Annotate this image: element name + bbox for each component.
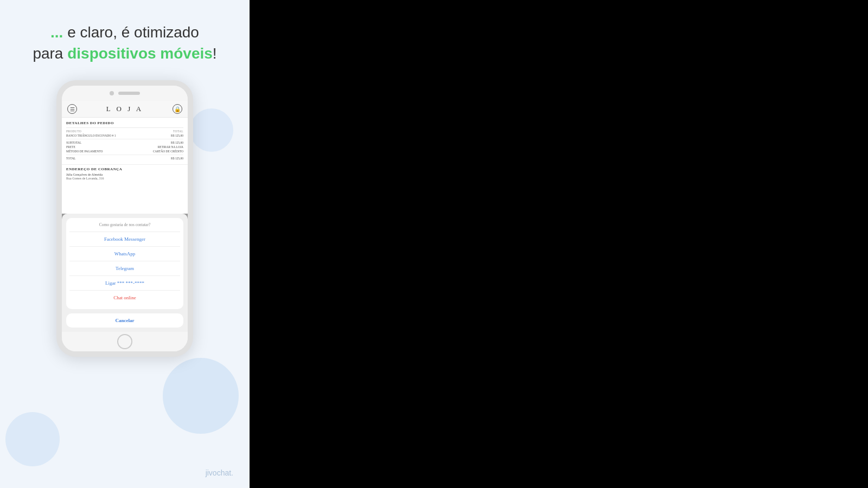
order-table: PRODUTO TOTAL BANCO TRIÂNGULO ESCOVADO #… (66, 127, 183, 160)
contact-option-ligar[interactable]: Ligar *** ***-**** (69, 275, 180, 290)
order-row-metodo: MÉTODO DE PAGAMENTO CARTÃO DE CRÉDITO (66, 150, 183, 153)
metodo-value: CARTÃO DE CRÉDITO (153, 150, 183, 153)
total-label: TOTAL (66, 157, 75, 160)
address-name: Júlia Gonçalves de Almeida (66, 173, 183, 176)
contact-option-chat-online[interactable]: Chat online (69, 290, 180, 305)
headline-highlight: dispositivos móveis (67, 45, 213, 62)
order-row-total: TOTAL R$ 125,00 (66, 157, 183, 160)
deco-circle (190, 108, 233, 152)
phone-mockup: ☰ L O J A 🔒 DETALHES DO PEDIDO PRODUTO T… (56, 80, 193, 357)
store-header: ☰ L O J A 🔒 (62, 101, 188, 118)
contact-prompt: Como gostaria de nos contatar? Facebook … (66, 218, 183, 309)
metodo-label: MÉTODO DE PAGAMENTO (66, 150, 103, 153)
phone-bottom-bar (62, 332, 188, 351)
phone-speaker (118, 92, 140, 95)
menu-icon: ☰ (67, 104, 77, 114)
address-title: ENDEREÇO DE COBRANÇA (66, 167, 183, 171)
contact-modal: Como gostaria de nos contatar? Facebook … (62, 214, 188, 332)
left-panel: ... e claro, é otimizado para dispositiv… (0, 0, 250, 488)
headline-part3: ! (213, 45, 217, 62)
order-table-header: PRODUTO TOTAL (66, 130, 183, 133)
order-divider (66, 139, 183, 139)
store-title: L O J A (106, 105, 143, 113)
home-button[interactable] (117, 334, 132, 349)
deco-circle (5, 412, 60, 466)
frete-value: RETIRAR NA LOJA (158, 145, 183, 149)
contact-option-telegram[interactable]: Telegram (69, 261, 180, 275)
total-value: R$ 125,00 (171, 157, 183, 160)
contact-sheet: Como gostaria de nos contatar? Facebook … (62, 214, 188, 332)
order-details: DETALHES DO PEDIDO PRODUTO TOTAL BANCO T… (62, 118, 188, 164)
headline-part1: e claro, é otimizado (63, 24, 199, 41)
contact-option-facebook[interactable]: Facebook Messenger (69, 232, 180, 246)
address-street: Rua Gomes de Lavanda, 316 (66, 177, 183, 180)
right-panel (250, 0, 868, 488)
headline-part2: para (33, 45, 67, 62)
ellipsis: ... (50, 24, 63, 41)
address-section: ENDEREÇO DE COBRANÇA Júlia Gonçalves de … (62, 164, 188, 182)
order-row-product: BANCO TRIÂNGULO ESCOVADO # 1 R$ 125,00 (66, 134, 183, 137)
product-total: R$ 125,00 (171, 134, 183, 137)
order-section-title: DETALHES DO PEDIDO (66, 121, 183, 125)
contact-option-whatsapp[interactable]: WhatsApp (69, 246, 180, 261)
phone-frame: ☰ L O J A 🔒 DETALHES DO PEDIDO PRODUTO T… (56, 80, 193, 357)
deco-circle (163, 358, 239, 434)
frete-label: FRETE (66, 145, 75, 149)
col-produto: PRODUTO (66, 130, 81, 133)
order-row-frete: FRETE RETIRAR NA LOJA (66, 145, 183, 149)
subtotal-label: SUBTOTAL (66, 141, 81, 144)
phone-camera (110, 91, 114, 95)
product-name: BANCO TRIÂNGULO ESCOVADO # 1 (66, 134, 116, 137)
subtotal-value: R$ 125,00 (171, 141, 183, 144)
headline: ... e claro, é otimizado para dispositiv… (11, 22, 238, 64)
phone-screen: ☰ L O J A 🔒 DETALHES DO PEDIDO PRODUTO T… (62, 101, 188, 332)
col-total: TOTAL (173, 130, 183, 133)
contact-prompt-text: Como gostaria de nos contatar? (99, 222, 151, 227)
lock-icon: 🔒 (173, 104, 182, 114)
order-row-subtotal: SUBTOTAL R$ 125,00 (66, 141, 183, 144)
order-divider (66, 155, 183, 155)
cancel-button[interactable]: Cancelar (66, 313, 183, 328)
phone-top-bar (62, 86, 188, 101)
jivochat-watermark: jivochat. (206, 468, 233, 477)
